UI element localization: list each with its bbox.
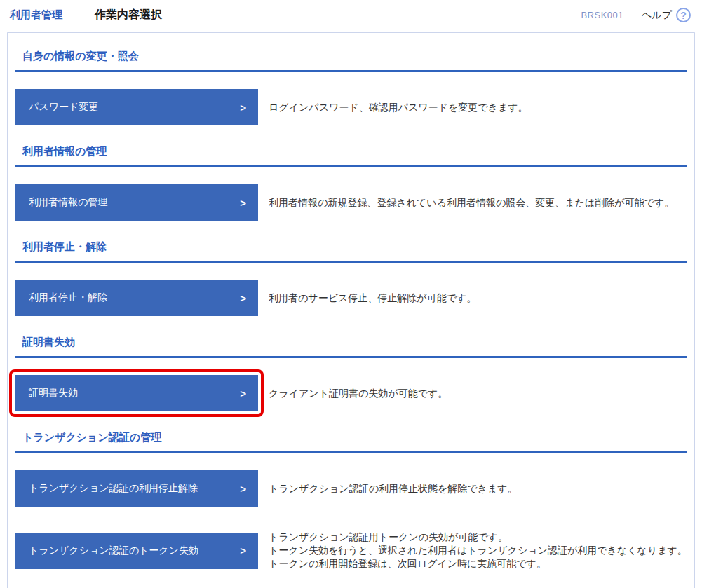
app-title: 利用者管理 — [10, 8, 62, 22]
menu-description: トランザクション認証の利用停止状態を解除できます。 — [269, 482, 518, 495]
help-link[interactable]: ヘルプ ? — [642, 8, 691, 22]
section-heading-own-info: 自身の情報の変更・照会 — [15, 50, 687, 63]
button-label: パスワード変更 — [29, 101, 98, 114]
help-question-icon[interactable]: ? — [676, 8, 691, 22]
section-rule — [15, 356, 687, 358]
section-heading-user-suspend-release: 利用者停止・解除 — [15, 240, 687, 254]
menu-description: トランザクション認証用トークンの失効が可能です。 トークン失効を行うと、選択され… — [269, 531, 687, 570]
section-user-info-management: 利用者情報の管理 利用者情報の管理 > 利用者情報の新規登録、登録されている利用… — [15, 145, 687, 221]
menu-description: 利用者情報の新規登録、登録されている利用者情報の照会、変更、または削除が可能です… — [269, 196, 674, 210]
chevron-right-icon: > — [240, 102, 246, 114]
menu-description: 利用者のサービス停止、停止解除が可能です。 — [269, 292, 476, 305]
menu-description: クライアント証明書の失効が可能です。 — [269, 387, 447, 400]
top-bar: 利用者管理 作業内容選択 BRSK001 ヘルプ ? — [0, 0, 702, 32]
button-label: 利用者停止・解除 — [29, 292, 107, 304]
button-label: トランザクション認証の利用停止解除 — [29, 482, 198, 495]
password-change-button[interactable]: パスワード変更 > — [15, 89, 258, 125]
chevron-right-icon: > — [240, 483, 246, 495]
button-label: 利用者情報の管理 — [29, 196, 107, 209]
section-rule — [15, 451, 687, 453]
section-rule — [15, 165, 687, 167]
button-label: トランザクション認証のトークン失効 — [29, 545, 198, 557]
menu-description: ログインパスワード、確認用パスワードを変更できます。 — [269, 101, 528, 114]
section-certificate-revocation: 証明書失効 証明書失効 > クライアント証明書の失効が可能です。 — [15, 336, 687, 411]
chevron-right-icon: > — [240, 388, 246, 399]
section-transaction-auth-management: トランザクション認証の管理 トランザクション認証の利用停止解除 > トランザクシ… — [15, 431, 687, 570]
button-label: 証明書失効 — [29, 387, 78, 399]
section-heading-user-info-management: 利用者情報の管理 — [15, 145, 687, 158]
chevron-right-icon: > — [240, 197, 246, 209]
section-user-suspend-release: 利用者停止・解除 利用者停止・解除 > 利用者のサービス停止、停止解除が可能です… — [15, 240, 687, 316]
menu-row-transaction-auth-token-revoke: トランザクション認証のトークン失効 > トランザクション認証用トークンの失効が可… — [15, 531, 687, 570]
chevron-right-icon: > — [240, 545, 246, 556]
screen-id: BRSK001 — [581, 10, 623, 20]
transaction-auth-token-revoke-button[interactable]: トランザクション認証のトークン失効 > — [15, 533, 258, 569]
menu-row-transaction-auth-unsuspend: トランザクション認証の利用停止解除 > トランザクション認証の利用停止状態を解除… — [15, 470, 687, 507]
menu-row-certificate-revocation: 証明書失効 > クライアント証明書の失効が可能です。 — [15, 375, 687, 411]
transaction-auth-unsuspend-button[interactable]: トランザクション認証の利用停止解除 > — [15, 470, 258, 507]
page-title: 作業内容選択 — [95, 8, 162, 22]
work-selection-panel: 自身の情報の変更・照会 パスワード変更 > ログインパスワード、確認用パスワード… — [7, 32, 695, 588]
help-label: ヘルプ — [642, 9, 672, 22]
user-info-management-button[interactable]: 利用者情報の管理 > — [15, 184, 258, 221]
chevron-right-icon: > — [240, 292, 246, 304]
menu-row-user-info-management: 利用者情報の管理 > 利用者情報の新規登録、登録されている利用者情報の照会、変更… — [15, 184, 687, 221]
section-rule — [15, 261, 687, 263]
section-heading-transaction-auth-management: トランザクション認証の管理 — [15, 431, 687, 444]
section-rule — [15, 70, 687, 72]
section-heading-certificate-revocation: 証明書失効 — [15, 336, 687, 349]
red-highlight-box: 証明書失効 > — [9, 369, 264, 417]
top-bar-right: BRSK001 ヘルプ ? — [581, 8, 691, 22]
section-own-info: 自身の情報の変更・照会 パスワード変更 > ログインパスワード、確認用パスワード… — [15, 50, 687, 125]
menu-row-user-suspend-release: 利用者停止・解除 > 利用者のサービス停止、停止解除が可能です。 — [15, 280, 687, 316]
user-suspend-release-button[interactable]: 利用者停止・解除 > — [15, 280, 258, 316]
certificate-revocation-button[interactable]: 証明書失効 > — [15, 375, 258, 411]
menu-row-password-change: パスワード変更 > ログインパスワード、確認用パスワードを変更できます。 — [15, 89, 687, 125]
